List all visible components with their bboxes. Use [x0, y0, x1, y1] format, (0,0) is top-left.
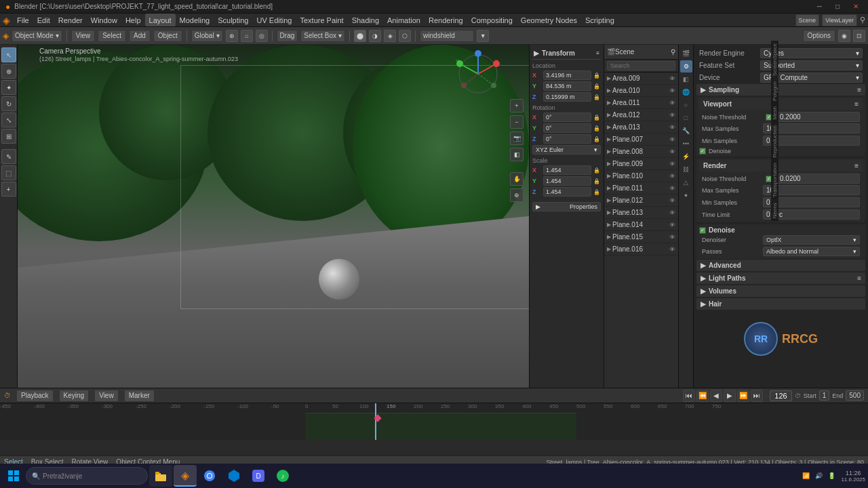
outliner-search-input[interactable] [607, 61, 675, 70]
visibility-icon[interactable]: 👁 [669, 185, 675, 192]
outliner-item[interactable]: ▶ Plane.013 👁 [604, 207, 678, 219]
transform-pivot-dropdown[interactable]: ⊕ [226, 30, 238, 42]
render-properties-icon[interactable]: 🎬 [680, 47, 692, 60]
rotation-y-field[interactable]: 0° [543, 123, 591, 133]
visibility-icon[interactable]: 👁 [669, 112, 675, 119]
outliner-item[interactable]: ▶ Plane.014 👁 [604, 219, 678, 231]
material-properties-icon[interactable]: ● [680, 189, 692, 201]
visibility-icon[interactable]: 👁 [669, 246, 675, 253]
visibility-icon[interactable]: 👁 [669, 161, 675, 167]
location-x-field[interactable]: 3.4196 m [543, 70, 591, 80]
render-noise-value[interactable]: 0.0200 [776, 174, 860, 184]
modifier-properties-icon[interactable]: 🔧 [680, 125, 692, 137]
measure-tool[interactable]: ⬚ [1, 165, 16, 180]
timeline-track[interactable]: -450 -400 -350 -300 -250 -200 -150 -100 … [0, 403, 868, 440]
rotation-z-field[interactable]: 0° [543, 134, 591, 144]
camera-view-button[interactable]: 📷 [510, 131, 524, 145]
rotation-x-field[interactable]: 0° [543, 113, 591, 122]
options-button[interactable]: Options [803, 30, 835, 42]
light-paths-options-icon[interactable]: ≡ [857, 274, 861, 282]
max-samples-value[interactable]: 100 [763, 123, 860, 134]
next-frame-button[interactable]: ⏩ [737, 390, 749, 402]
lock-sx-icon[interactable]: 🔒 [593, 166, 601, 174]
visibility-icon[interactable]: 👁 [669, 148, 675, 155]
menu-file[interactable]: File [13, 14, 33, 26]
snapping-toggle[interactable]: ⌂ [241, 30, 253, 42]
jump-start-button[interactable]: ⏮ [683, 390, 695, 402]
scene-properties-icon[interactable]: 🌐 [680, 86, 692, 98]
visibility-icon[interactable]: 👁 [669, 197, 675, 204]
menu-window[interactable]: Window [87, 14, 121, 26]
min-samples-value[interactable]: 0 [763, 136, 860, 146]
volumes-section-header[interactable]: ▶ Volumes [696, 285, 865, 297]
persp-ortho-button[interactable]: ◧ [510, 148, 524, 161]
animation-tab[interactable]: Animation [383, 14, 425, 26]
filter-icon[interactable]: ▼ [477, 30, 489, 42]
taskbar-chrome[interactable] [198, 465, 221, 487]
render-engine-dropdown[interactable]: Cycles ▾ [760, 48, 863, 58]
transform-tool[interactable]: ⊞ [1, 129, 16, 144]
jump-end-button[interactable]: ⏭ [751, 390, 763, 402]
taskbar-search[interactable]: 🔍 Pretraživanje [26, 467, 148, 485]
select-box-dropdown[interactable]: Select Box ▾ [300, 30, 345, 42]
cursor-icon-button[interactable]: ⊕ [510, 188, 524, 202]
location-z-field[interactable]: 0.15999 m [543, 92, 591, 102]
noise-threshold-value[interactable]: 0.2000 [776, 112, 860, 122]
prev-frame-button[interactable]: ⏪ [696, 390, 709, 402]
scale-y-field[interactable]: 1.454 [543, 176, 591, 186]
compositing-tab[interactable]: Compositing [467, 14, 517, 26]
physics-icon[interactable]: ⚡ [680, 150, 692, 163]
outliner-item[interactable]: ▶ Plane.016 👁 [604, 243, 678, 256]
scene-selector[interactable]: Scene [795, 14, 820, 26]
lock-z-icon[interactable]: 🔒 [593, 93, 601, 101]
uv-editing-tab[interactable]: UV Editing [252, 14, 296, 26]
select-menu[interactable]: Select [98, 30, 126, 42]
particles-icon[interactable]: ••• [680, 138, 692, 150]
search-icon[interactable]: ⚲ [860, 16, 865, 24]
overlay-icon[interactable]: ◉ [838, 30, 850, 42]
start-value[interactable]: 1 [819, 390, 830, 401]
lock-sz-icon[interactable]: 🔒 [593, 188, 601, 196]
lock-ry-icon[interactable]: 🔒 [593, 124, 601, 132]
add-tool[interactable]: + [1, 182, 16, 197]
lock-y-icon[interactable]: 🔒 [593, 82, 601, 90]
zoom-in-button[interactable]: + [510, 99, 524, 113]
render-mode-material[interactable]: ◑ [369, 30, 381, 42]
render-min-value[interactable]: 0 [763, 197, 860, 207]
visibility-icon[interactable]: 👁 [669, 100, 675, 106]
visibility-icon[interactable]: 👁 [669, 75, 675, 82]
end-value[interactable]: 500 [846, 390, 864, 401]
sampling-section-header[interactable]: ▶ Sampling ≡ [696, 84, 865, 96]
keying-menu[interactable]: Keying [59, 390, 90, 402]
object-properties-icon[interactable]: □ [680, 112, 692, 124]
constraints-icon[interactable]: ⛓ [680, 163, 692, 176]
timeline-editor-icon[interactable]: ⏱ [4, 392, 11, 399]
view-menu[interactable]: View [71, 30, 96, 42]
viewport-gizmo[interactable]: X Y Z [454, 50, 502, 98]
outliner-search-icon[interactable]: ⚲ [671, 48, 675, 56]
menu-help[interactable]: Help [121, 14, 145, 26]
taskbar-blender[interactable]: ◈ [174, 465, 197, 487]
lock-sy-icon[interactable]: 🔒 [593, 177, 601, 185]
taskbar-vs-code[interactable] [222, 465, 245, 487]
render-max-value[interactable]: 100 [763, 185, 860, 195]
denoise-section-header[interactable]: Denoise [709, 226, 863, 234]
editor-type-icon[interactable]: ◈ [3, 31, 9, 41]
modeling-tab[interactable]: Modeling [176, 14, 214, 26]
advanced-section-header[interactable]: ▶ Advanced [696, 260, 865, 271]
taskbar-discord[interactable]: D [247, 465, 270, 487]
scripting-tab[interactable]: Scripting [581, 14, 618, 26]
outliner-item[interactable]: ▶ Plane.009 👁 [604, 158, 678, 170]
visibility-icon[interactable]: 👁 [669, 124, 675, 131]
view-layer-selector[interactable]: ViewLayer [822, 14, 857, 26]
system-clock[interactable]: 11:26 11.6.2025 [841, 470, 865, 483]
drag-dropdown[interactable]: Drag [277, 30, 298, 42]
cursor-tool[interactable]: ⊕ [1, 64, 16, 79]
layout-tab[interactable]: Layout [145, 14, 176, 26]
hair-section-header[interactable]: ▶ Hair [696, 298, 865, 310]
texture-paint-tab[interactable]: Texture Paint [296, 14, 347, 26]
euler-mode-dropdown[interactable]: XYZ Euler ▾ [532, 145, 601, 155]
shading-tab[interactable]: Shading [348, 14, 383, 26]
visibility-icon[interactable]: 👁 [669, 136, 675, 143]
annotate-tool[interactable]: ✎ [1, 149, 16, 164]
